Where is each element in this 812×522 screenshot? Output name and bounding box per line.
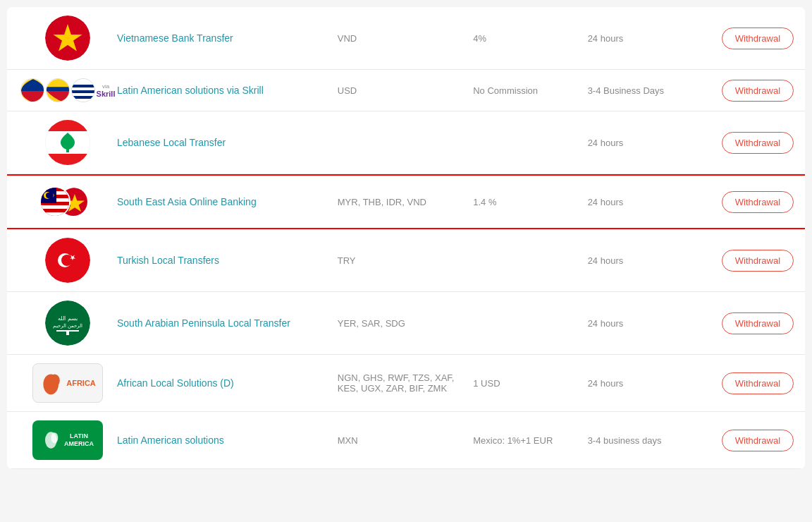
svg-rect-36 (66, 331, 69, 335)
payment-name: Vietnamese Bank Transfer (117, 32, 338, 44)
payment-name: South East Asia Online Banking (117, 196, 338, 207)
commission-value: 1.4 % (473, 197, 587, 207)
commission-value: Mexico: 1%+1 EUR (473, 435, 587, 446)
withdrawal-button[interactable]: Withdrawal (722, 312, 794, 334)
payment-name: Latin American solutions via Skrill (117, 85, 338, 96)
withdrawal-button[interactable]: Withdrawal (722, 28, 794, 49)
action-cell: Withdrawal (702, 312, 794, 334)
currency-value: NGN, GHS, RWF, TZS, XAF, KES, UGX, ZAR, … (338, 372, 473, 394)
time-value: 3-4 business days (588, 435, 702, 446)
withdrawal-button[interactable]: Withdrawal (722, 372, 794, 394)
svg-point-24 (46, 193, 51, 198)
africa-icon: AFRICA (32, 363, 103, 403)
payment-name: Lebanese Local Transfer (117, 137, 338, 148)
action-cell: Withdrawal (702, 80, 794, 102)
payment-name: Latin American solutions (117, 435, 338, 446)
withdrawal-button[interactable]: Withdrawal (722, 250, 794, 272)
colombia-flag (20, 78, 44, 102)
commission-value: 4% (473, 33, 587, 44)
saudi-flag-svg: بسم الله الرحمن الرحيم (45, 301, 90, 346)
ecuador-flag (46, 78, 70, 102)
skrill-label: via Skrill (97, 83, 116, 98)
flag-icon-cell (18, 16, 117, 61)
commission-value: No Commission (473, 85, 587, 96)
action-cell: Withdrawal (702, 372, 794, 394)
latin-skrill-icon: via Skrill (18, 78, 117, 102)
lebanon-flag-icon (45, 120, 90, 165)
sea-flags-icon (39, 184, 96, 219)
payment-name: South Arabian Peninsula Local Transfer (117, 317, 338, 329)
africa-map-icon (39, 370, 65, 396)
turkey-flag-svg (45, 238, 90, 283)
latin-america-text: LATINAMERICA (64, 432, 94, 448)
time-value: 24 hours (588, 197, 702, 207)
table-row: AFRICA African Local Solutions (D) NGN, … (7, 355, 805, 412)
time-value: 24 hours (588, 255, 702, 266)
time-value: 24 hours (588, 138, 702, 148)
svg-rect-7 (72, 96, 95, 99)
flag-icon-cell (18, 120, 117, 165)
latin-america-map-icon (42, 430, 63, 451)
withdrawal-button[interactable]: Withdrawal (722, 191, 794, 213)
table-row: Lebanese Local Transfer 24 hours Withdra… (7, 111, 805, 174)
table-row: via Skrill Latin American solutions via … (7, 70, 805, 111)
withdrawal-button[interactable]: Withdrawal (722, 80, 794, 102)
vietnam-flag-svg (45, 16, 90, 61)
flag-icon-cell: via Skrill (18, 78, 117, 102)
flag-icon-cell (18, 238, 117, 283)
svg-rect-18 (41, 205, 70, 209)
time-value: 3-4 Business Days (588, 85, 702, 96)
currency-value: MXN (338, 435, 473, 446)
flag-icon-cell: بسم الله الرحمن الرحيم (18, 301, 117, 346)
payment-methods-table: Vietnamese Bank Transfer VND 4% 24 hours… (7, 7, 805, 469)
lebanon-flag-svg (45, 120, 90, 165)
africa-text: AFRICA (66, 379, 96, 387)
saudi-flag-icon: بسم الله الرحمن الرحيم (45, 301, 90, 346)
svg-rect-19 (41, 209, 70, 212)
currency-value: MYR, THB, IDR, VND (338, 197, 473, 207)
commission-value: 1 USD (473, 378, 587, 389)
currency-value: YER, SAR, SDG (338, 318, 473, 329)
svg-rect-21 (41, 216, 70, 217)
latin-america-icon: LATINAMERICA (32, 420, 103, 460)
time-value: 24 hours (588, 33, 702, 44)
svg-point-30 (61, 255, 73, 266)
action-cell: Withdrawal (702, 191, 794, 213)
svg-text:الرحمن الرحيم: الرحمن الرحيم (53, 323, 82, 329)
payment-name: Turkish Local Transfers (117, 255, 338, 266)
table-row: Vietnamese Bank Transfer VND 4% 24 hours… (7, 7, 805, 70)
svg-point-38 (50, 374, 60, 387)
action-cell: Withdrawal (702, 250, 794, 272)
flag-icon-cell: LATINAMERICA (18, 420, 117, 460)
vietnam-flag-icon (45, 16, 90, 61)
svg-rect-5 (72, 85, 95, 87)
action-cell: Withdrawal (702, 430, 794, 451)
table-row-highlighted: South East Asia Online Banking MYR, THB,… (7, 174, 805, 229)
withdrawal-button[interactable]: Withdrawal (722, 132, 794, 154)
payment-name: African Local Solutions (D) (117, 377, 338, 389)
turkey-flag-icon (45, 238, 90, 283)
svg-rect-9 (45, 120, 90, 131)
currency-value: TRY (338, 255, 473, 266)
action-cell: Withdrawal (702, 132, 794, 154)
svg-rect-10 (45, 154, 90, 165)
flag-icon-cell (18, 184, 117, 219)
table-row: بسم الله الرحمن الرحيم South Arabian Pen… (7, 292, 805, 355)
svg-rect-11 (66, 147, 69, 152)
time-value: 24 hours (588, 318, 702, 329)
table-row: LATINAMERICA Latin American solutions MX… (7, 412, 805, 469)
svg-rect-6 (72, 90, 95, 93)
currency-value: VND (338, 33, 473, 44)
uruguay-flag (71, 78, 95, 102)
action-cell: Withdrawal (702, 28, 794, 49)
malaysia-flag (39, 186, 70, 217)
table-row: Turkish Local Transfers TRY 24 hours Wit… (7, 229, 805, 292)
currency-value: USD (338, 85, 473, 96)
svg-text:بسم الله: بسم الله (58, 315, 77, 322)
time-value: 24 hours (588, 378, 702, 389)
flag-icon-cell: AFRICA (18, 363, 117, 403)
svg-point-40 (51, 432, 58, 443)
withdrawal-button[interactable]: Withdrawal (722, 430, 794, 451)
